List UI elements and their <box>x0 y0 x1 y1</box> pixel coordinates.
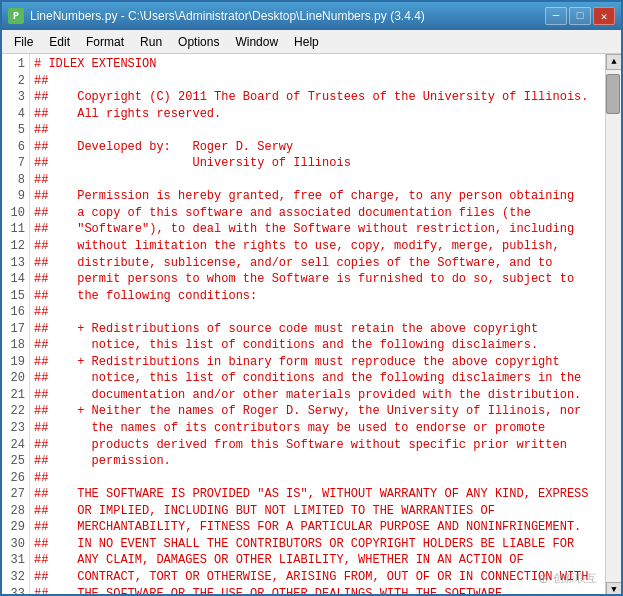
menu-bar: FileEditFormatRunOptionsWindowHelp <box>2 30 621 54</box>
vertical-scrollbar[interactable]: ▲ ▼ <box>605 54 621 596</box>
close-button[interactable]: ✕ <box>593 7 615 25</box>
code-line: ## IN NO EVENT SHALL THE CONTRIBUTORS OR… <box>34 536 601 553</box>
window-title: LineNumbers.py - C:\Users\Administrator\… <box>30 9 425 23</box>
line-number: 2 <box>6 73 25 90</box>
scroll-down-button[interactable]: ▼ <box>606 582 621 596</box>
line-number: 8 <box>6 172 25 189</box>
line-number: 24 <box>6 437 25 454</box>
line-number: 32 <box>6 569 25 586</box>
code-line: ## notice, this list of conditions and t… <box>34 370 601 387</box>
line-number: 21 <box>6 387 25 404</box>
minimize-button[interactable]: ─ <box>545 7 567 25</box>
editor-area: 1234567891011121314151617181920212223242… <box>2 54 621 596</box>
scroll-thumb[interactable] <box>606 74 620 114</box>
line-number: 11 <box>6 221 25 238</box>
menu-item-file[interactable]: File <box>6 33 41 51</box>
line-number: 18 <box>6 337 25 354</box>
line-number: 30 <box>6 536 25 553</box>
code-line: ## the names of its contributors may be … <box>34 420 601 437</box>
line-number: 16 <box>6 304 25 321</box>
menu-item-format[interactable]: Format <box>78 33 132 51</box>
line-number: 19 <box>6 354 25 371</box>
line-number: 1 <box>6 56 25 73</box>
line-number: 23 <box>6 420 25 437</box>
code-line: ## THE SOFTWARE IS PROVIDED "AS IS", WIT… <box>34 486 601 503</box>
window-controls: ─ □ ✕ <box>545 7 615 25</box>
code-line: ## products derived from this Software w… <box>34 437 601 454</box>
code-line: ## All rights reserved. <box>34 106 601 123</box>
code-line: ## ANY CLAIM, DAMAGES OR OTHER LIABILITY… <box>34 552 601 569</box>
line-number: 14 <box>6 271 25 288</box>
code-line: ## permission. <box>34 453 601 470</box>
line-numbers-gutter: 1234567891011121314151617181920212223242… <box>2 54 30 596</box>
app-icon: P <box>8 8 24 24</box>
code-line: ## THE SOFTWARE OR THE USE OR OTHER DEAL… <box>34 586 601 597</box>
line-number: 25 <box>6 453 25 470</box>
code-line: ## permit persons to whom the Software i… <box>34 271 601 288</box>
code-line: ## distribute, sublicense, and/or sell c… <box>34 255 601 272</box>
code-line: # IDLEX EXTENSION <box>34 56 601 73</box>
code-line: ## OR IMPLIED, INCLUDING BUT NOT LIMITED… <box>34 503 601 520</box>
code-line: ## Permission is hereby granted, free of… <box>34 188 601 205</box>
line-number: 13 <box>6 255 25 272</box>
code-line: ## + Neither the names of Roger D. Serwy… <box>34 403 601 420</box>
menu-item-window[interactable]: Window <box>227 33 286 51</box>
window: P LineNumbers.py - C:\Users\Administrato… <box>0 0 623 596</box>
line-number: 29 <box>6 519 25 536</box>
code-line: ## MERCHANTABILITY, FITNESS FOR A PARTIC… <box>34 519 601 536</box>
scroll-up-button[interactable]: ▲ <box>606 54 621 70</box>
code-line: ## <box>34 304 601 321</box>
maximize-button[interactable]: □ <box>569 7 591 25</box>
menu-item-help[interactable]: Help <box>286 33 327 51</box>
line-number: 12 <box>6 238 25 255</box>
line-number: 28 <box>6 503 25 520</box>
code-line: ## Copyright (C) 2011 The Board of Trust… <box>34 89 601 106</box>
line-number: 26 <box>6 470 25 487</box>
menu-item-options[interactable]: Options <box>170 33 227 51</box>
code-line: ## <box>34 470 601 487</box>
code-area[interactable]: # IDLEX EXTENSION#### Copyright (C) 2011… <box>30 54 605 596</box>
watermark: ⊕ 创新联互 <box>538 571 597 586</box>
line-number: 4 <box>6 106 25 123</box>
code-line: ## <box>34 73 601 90</box>
line-number: 10 <box>6 205 25 222</box>
line-number: 33 <box>6 586 25 597</box>
code-line: ## University of Illinois <box>34 155 601 172</box>
line-number: 22 <box>6 403 25 420</box>
code-line: ## without limitation the rights to use,… <box>34 238 601 255</box>
code-line: ## Developed by: Roger D. Serwy <box>34 139 601 156</box>
code-line: ## + Redistributions in binary form must… <box>34 354 601 371</box>
line-number: 27 <box>6 486 25 503</box>
menu-item-run[interactable]: Run <box>132 33 170 51</box>
line-number: 5 <box>6 122 25 139</box>
code-line: ## "Software"), to deal with the Softwar… <box>34 221 601 238</box>
code-line: ## + Redistributions of source code must… <box>34 321 601 338</box>
line-number: 6 <box>6 139 25 156</box>
code-line: ## <box>34 122 601 139</box>
line-number: 15 <box>6 288 25 305</box>
title-bar: P LineNumbers.py - C:\Users\Administrato… <box>2 2 621 30</box>
line-number: 20 <box>6 370 25 387</box>
code-line: ## <box>34 172 601 189</box>
code-line: ## the following conditions: <box>34 288 601 305</box>
code-line: ## a copy of this software and associate… <box>34 205 601 222</box>
code-line: ## notice, this list of conditions and t… <box>34 337 601 354</box>
line-number: 17 <box>6 321 25 338</box>
line-number: 9 <box>6 188 25 205</box>
code-line: ## CONTRACT, TORT OR OTHERWISE, ARISING … <box>34 569 601 586</box>
line-number: 7 <box>6 155 25 172</box>
line-number: 31 <box>6 552 25 569</box>
menu-item-edit[interactable]: Edit <box>41 33 78 51</box>
code-line: ## documentation and/or other materials … <box>34 387 601 404</box>
line-number: 3 <box>6 89 25 106</box>
